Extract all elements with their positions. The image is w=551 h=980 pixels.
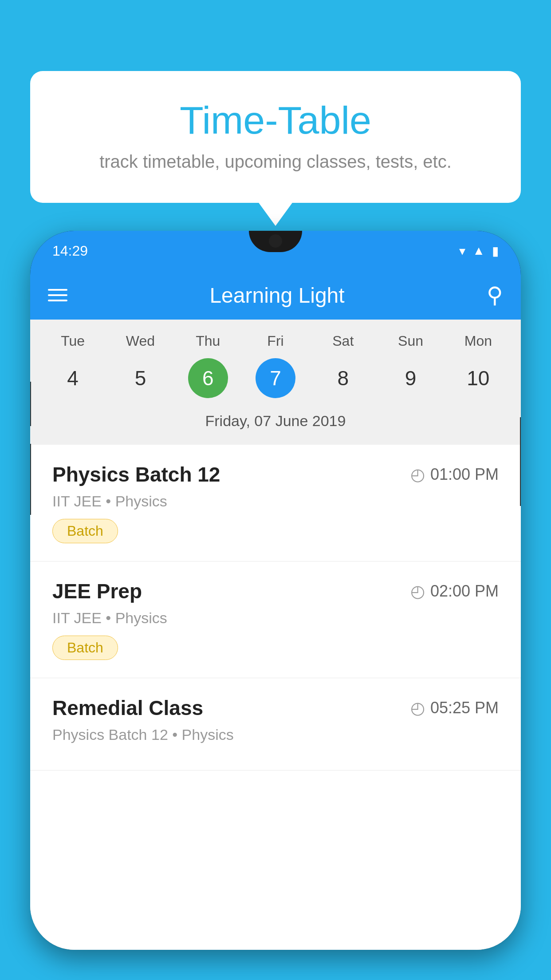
status-bar: 14:29 ▾ ▲ ▮ [30,231,521,271]
class-item-2-header: JEE Prep ◴ 02:00 PM [52,579,499,603]
class-meta-1: IIT JEE • Physics [52,493,499,510]
day-label-tue: Tue [39,333,106,349]
class-item-1[interactable]: Physics Batch 12 ◴ 01:00 PM IIT JEE • Ph… [30,445,521,561]
day-5[interactable]: 5 [120,358,160,398]
toolbar-title: Learning Light [85,283,469,308]
day-7-selected[interactable]: 7 [256,358,295,398]
day-8[interactable]: 8 [323,358,363,398]
clock-icon-2: ◴ [410,581,425,601]
class-meta-2: IIT JEE • Physics [52,609,499,627]
class-time-1: ◴ 01:00 PM [410,465,499,484]
class-item-1-header: Physics Batch 12 ◴ 01:00 PM [52,462,499,486]
battery-icon: ▮ [492,244,499,258]
class-item-3[interactable]: Remedial Class ◴ 05:25 PM Physics Batch … [30,678,521,771]
app-toolbar: Learning Light ⚲ [30,271,521,320]
class-time-2: ◴ 02:00 PM [410,581,499,601]
day-4[interactable]: 4 [53,358,93,398]
side-button-volume-down [30,444,31,515]
wifi-icon: ▾ [459,244,465,258]
day-9[interactable]: 9 [391,358,431,398]
day-label-fri: Fri [242,333,309,349]
day-6-today[interactable]: 6 [188,358,228,398]
class-time-3: ◴ 05:25 PM [410,698,499,718]
clock-icon-1: ◴ [410,465,425,484]
day-label-sat: Sat [309,333,377,349]
class-name-2: JEE Prep [52,579,142,603]
search-icon[interactable]: ⚲ [487,282,503,308]
signal-icon: ▲ [472,244,485,258]
phone-container: 14:29 ▾ ▲ ▮ Learning Light ⚲ [30,231,521,980]
class-time-value-2: 02:00 PM [430,582,499,601]
tooltip-card: Time-Table track timetable, upcoming cla… [30,71,521,203]
status-time: 14:29 [52,243,88,259]
class-time-value-1: 01:00 PM [430,465,499,484]
batch-badge-1: Batch [52,519,118,543]
day-numbers: 4 5 6 7 8 9 10 [30,354,521,407]
day-label-thu: Thu [174,333,242,349]
class-time-value-3: 05:25 PM [430,699,499,717]
class-name-1: Physics Batch 12 [52,462,220,486]
phone-notch [249,231,302,252]
class-list: Physics Batch 12 ◴ 01:00 PM IIT JEE • Ph… [30,445,521,950]
class-item-3-header: Remedial Class ◴ 05:25 PM [52,696,499,720]
class-item-2[interactable]: JEE Prep ◴ 02:00 PM IIT JEE • Physics Ba… [30,561,521,678]
day-label-mon: Mon [445,333,512,349]
calendar-week: Tue Wed Thu Fri Sat Sun Mon 4 5 6 7 8 9 … [30,320,521,445]
phone-frame: 14:29 ▾ ▲ ▮ Learning Light ⚲ [30,231,521,950]
phone-screen: Tue Wed Thu Fri Sat Sun Mon 4 5 6 7 8 9 … [30,320,521,950]
status-icons: ▾ ▲ ▮ [459,244,499,258]
card-title: Time-Table [66,98,485,143]
day-10[interactable]: 10 [458,358,498,398]
day-labels: Tue Wed Thu Fri Sat Sun Mon [30,328,521,354]
menu-icon[interactable] [48,289,67,301]
class-meta-3: Physics Batch 12 • Physics [52,726,499,743]
side-button-volume-up [30,382,31,426]
batch-badge-2: Batch [52,636,118,660]
class-name-3: Remedial Class [52,696,203,720]
side-button-power [520,417,521,506]
day-label-sun: Sun [377,333,444,349]
front-camera [269,234,282,248]
card-subtitle: track timetable, upcoming classes, tests… [66,152,485,172]
clock-icon-3: ◴ [410,698,425,718]
selected-date-label: Friday, 07 June 2019 [30,407,521,440]
day-label-wed: Wed [106,333,174,349]
